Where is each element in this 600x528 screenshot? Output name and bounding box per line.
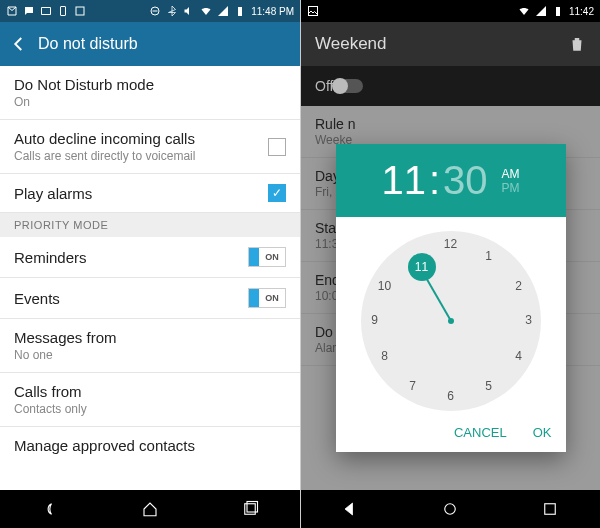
clock-num-6[interactable]: 6	[441, 389, 461, 403]
clock-num-8[interactable]: 8	[375, 349, 395, 363]
clock-num-10[interactable]: 10	[375, 279, 395, 293]
image-icon	[307, 5, 319, 17]
nav-back-icon[interactable]	[342, 500, 360, 518]
dialog-overlay: 11 : 30 AM PM 11 12 1 2 3	[301, 106, 600, 490]
wifi-icon	[200, 5, 212, 17]
am-button[interactable]: AM	[502, 167, 520, 181]
nav-bar	[0, 490, 300, 528]
row-play-alarms[interactable]: Play alarms	[0, 174, 300, 213]
chat-icon	[23, 5, 35, 17]
checkbox-play-alarms[interactable]	[268, 184, 286, 202]
pm-button[interactable]: PM	[502, 181, 520, 195]
delete-icon[interactable]	[568, 35, 586, 53]
nav-bar	[301, 490, 600, 528]
nav-recent-icon[interactable]	[241, 500, 259, 518]
title-bar: Weekend	[301, 22, 600, 66]
cancel-button[interactable]: CANCEL	[454, 425, 507, 440]
bluetooth-icon	[166, 5, 178, 17]
row-messages-from[interactable]: Messages from No one	[0, 319, 300, 373]
minute-display[interactable]: 30	[443, 158, 488, 203]
row-auto-decline[interactable]: Auto decline incoming calls Calls are se…	[0, 120, 300, 174]
section-priority-mode: PRIORITY MODE	[0, 213, 300, 237]
rule-switch[interactable]	[333, 79, 363, 93]
svg-rect-0	[61, 7, 66, 16]
row-events[interactable]: Events ON	[0, 278, 300, 319]
svg-rect-5	[247, 502, 258, 513]
wifi-icon	[518, 5, 530, 17]
title-bar: Do not disturb	[0, 22, 300, 66]
mail-icon	[6, 5, 18, 17]
svg-rect-4	[245, 504, 256, 515]
signal-icon	[217, 5, 229, 17]
toggle-reminders[interactable]: ON	[248, 247, 286, 267]
signal-icon	[535, 5, 547, 17]
hour-display[interactable]: 11	[381, 158, 426, 203]
nav-back-icon[interactable]	[41, 500, 59, 518]
status-time: 11:42	[569, 6, 594, 17]
status-bar: 11:42	[301, 0, 600, 22]
ok-button[interactable]: OK	[533, 425, 552, 440]
row-calls-from[interactable]: Calls from Contacts only	[0, 373, 300, 427]
svg-point-8	[445, 504, 456, 515]
row-manage-contacts[interactable]: Manage approved contacts	[0, 427, 300, 464]
page-title: Do not disturb	[38, 35, 138, 53]
dnd-icon	[149, 5, 161, 17]
page-title: Weekend	[315, 34, 387, 54]
clock-num-11[interactable]: 11	[403, 249, 423, 263]
clock-num-7[interactable]: 7	[403, 379, 423, 393]
svg-rect-1	[76, 7, 84, 15]
clock-num-12[interactable]: 12	[441, 237, 461, 251]
mute-icon	[183, 5, 195, 17]
clock-num-3[interactable]: 3	[519, 313, 539, 327]
clock-face[interactable]: 11 12 1 2 3 4 5 6 7 8 9 10 11	[361, 231, 541, 411]
phone-icon	[57, 5, 69, 17]
settings-list: Do Not Disturb mode On Auto decline inco…	[0, 66, 300, 490]
battery-icon	[234, 5, 246, 17]
svg-rect-6	[309, 7, 318, 16]
battery-icon	[552, 5, 564, 17]
off-row[interactable]: Off	[301, 66, 600, 106]
status-bar: 11:48 PM	[0, 0, 300, 22]
back-icon[interactable]	[10, 35, 28, 53]
row-dnd-mode[interactable]: Do Not Disturb mode On	[0, 66, 300, 120]
nav-home-icon[interactable]	[441, 500, 459, 518]
clock-num-2[interactable]: 2	[509, 279, 529, 293]
svg-rect-9	[545, 504, 556, 515]
checkbox-auto-decline[interactable]	[268, 138, 286, 156]
toggle-events[interactable]: ON	[248, 288, 286, 308]
nav-home-icon[interactable]	[141, 500, 159, 518]
svg-rect-7	[556, 7, 560, 16]
clock-num-9[interactable]: 9	[365, 313, 385, 327]
nav-recent-icon[interactable]	[541, 500, 559, 518]
row-reminders[interactable]: Reminders ON	[0, 237, 300, 278]
status-time: 11:48 PM	[251, 6, 294, 17]
time-picker-dialog: 11 : 30 AM PM 11 12 1 2 3	[336, 144, 566, 452]
gmail-icon	[40, 5, 52, 17]
svg-rect-3	[238, 7, 242, 16]
clock-num-4[interactable]: 4	[509, 349, 529, 363]
clock-num-1[interactable]: 1	[479, 249, 499, 263]
nfc-icon	[74, 5, 86, 17]
clock-num-5[interactable]: 5	[479, 379, 499, 393]
